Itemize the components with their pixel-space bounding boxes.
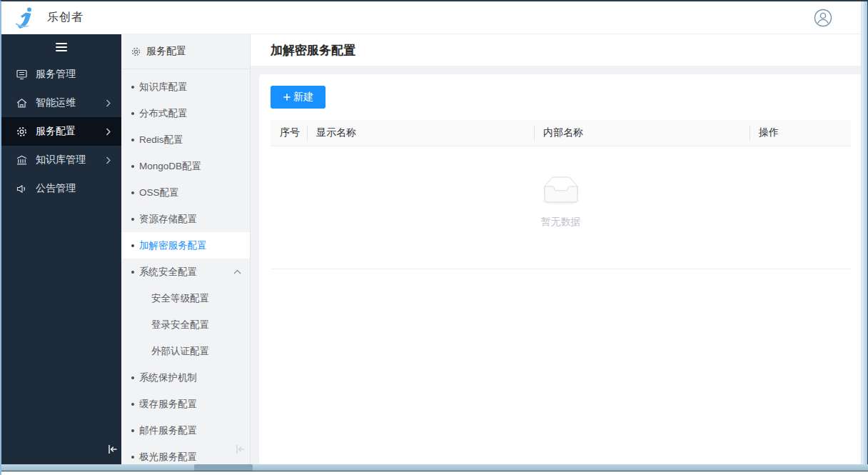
submenu-item-resource-storage-config[interactable]: 资源存储配置 (121, 206, 250, 232)
page-title: 加解密服务配置 (271, 42, 355, 59)
bullet-icon (131, 403, 134, 406)
submenu-item-redis-config[interactable]: Redis配置 (121, 126, 250, 153)
column-header-internal-name: 内部名称 (534, 120, 750, 146)
logo-text: 乐创者 (47, 10, 84, 25)
chevron-right-icon (106, 128, 111, 136)
bullet-icon (131, 271, 134, 274)
secondary-sidebar: 服务配置 知识库配置 分布式配置 Redis配置 MongoDB配置 (121, 34, 251, 464)
bullet-icon (131, 429, 134, 432)
chevron-right-icon (106, 99, 111, 107)
app-logo: 乐创者 (13, 5, 84, 31)
submenu-item-jpush-service-config[interactable]: 极光服务配置 (121, 444, 250, 464)
horizontal-scrollbar-thumb[interactable] (194, 464, 253, 471)
bullet-icon (131, 139, 134, 141)
sidebar-item-service-config[interactable]: 服务配置 (1, 117, 121, 146)
app-window: 乐创者 服务管理 (0, 0, 868, 475)
page-header: 加解密服务配置 (251, 34, 868, 66)
submenu-item-oss-config[interactable]: OSS配置 (121, 179, 250, 206)
chevron-up-icon (233, 269, 241, 274)
submenu-collapse-icon[interactable] (234, 443, 247, 456)
bullet-icon (131, 165, 134, 168)
bullet-icon (131, 191, 134, 194)
column-header-actions: 操作 (750, 120, 851, 146)
sidebar-item-announcement-management[interactable]: 公告管理 (1, 174, 121, 203)
empty-state: 暂无数据 (271, 146, 851, 269)
submenu-item-cache-service-config[interactable]: 缓存服务配置 (121, 391, 250, 417)
submenu-item-encryption-service-config[interactable]: 加解密服务配置 (121, 232, 250, 259)
submenu-header: 服务配置 (121, 34, 250, 69)
sidebar-item-knowledge-management[interactable]: 知识库管理 (1, 146, 121, 174)
config-table: 序号 显示名称 内部名称 操作 (271, 120, 851, 269)
new-button-label: 新建 (293, 91, 313, 104)
user-avatar-icon[interactable] (814, 9, 832, 27)
submenu-subitem-security-level-config[interactable]: 安全等级配置 (121, 285, 250, 311)
submenu-title: 服务配置 (146, 45, 186, 58)
main-content: 加解密服务配置 新建 序号 显示名称 内部名称 操作 (251, 34, 868, 464)
submenu-item-mongodb-config[interactable]: MongoDB配置 (121, 153, 250, 179)
submenu-item-distributed-config[interactable]: 分布式配置 (121, 100, 250, 126)
column-header-display-name: 显示名称 (307, 120, 534, 146)
window-bottom-edge (0, 464, 868, 475)
new-button[interactable]: 新建 (271, 86, 326, 109)
submenu-subitem-login-security-config[interactable]: 登录安全配置 (121, 311, 250, 338)
table-header-row: 序号 显示名称 内部名称 操作 (271, 120, 851, 146)
gear-icon (16, 126, 28, 138)
plus-icon (283, 93, 291, 101)
app-header: 乐创者 (1, 1, 868, 34)
empty-box-icon (538, 176, 584, 206)
sidebar-collapse-icon[interactable] (106, 443, 119, 456)
ops-home-icon (16, 97, 28, 109)
announcement-speaker-icon (16, 183, 28, 195)
library-icon (16, 154, 28, 166)
column-header-index: 序号 (271, 120, 307, 146)
vertical-scrollbar[interactable] (861, 1, 868, 466)
submenu-group-system-security-config[interactable]: 系统安全配置 (121, 259, 250, 285)
bullet-icon (131, 456, 134, 459)
bullet-icon (131, 218, 134, 221)
sidebar-item-label: 知识库管理 (36, 154, 86, 166)
sidebar-item-label: 智能运维 (36, 96, 76, 109)
hamburger-menu-icon[interactable] (1, 34, 121, 60)
logo-runner-icon (13, 5, 39, 31)
primary-sidebar: 服务管理 智能运维 服务配置 (1, 34, 121, 464)
sidebar-item-label: 服务配置 (36, 125, 76, 138)
submenu-list: 知识库配置 分布式配置 Redis配置 MongoDB配置 OSS配置 (121, 69, 250, 464)
horizontal-scrollbar (0, 464, 868, 471)
bullet-icon (131, 86, 134, 89)
bullet-icon (131, 244, 134, 247)
empty-text: 暂无数据 (271, 216, 851, 229)
content-card: 新建 序号 显示名称 内部名称 操作 (259, 74, 862, 464)
server-icon (16, 69, 28, 81)
submenu-subitem-external-auth-config[interactable]: 外部认证配置 (121, 338, 250, 364)
sidebar-item-label: 服务管理 (36, 68, 76, 81)
submenu-item-system-protection[interactable]: 系统保护机制 (121, 364, 250, 391)
sidebar-item-service-management[interactable]: 服务管理 (1, 60, 121, 89)
gear-icon (131, 46, 141, 57)
chevron-right-icon (106, 156, 111, 164)
sidebar-item-label: 公告管理 (36, 182, 76, 195)
submenu-item-mail-service-config[interactable]: 邮件服务配置 (121, 417, 250, 444)
submenu-item-kb-config[interactable]: 知识库配置 (121, 74, 250, 100)
bullet-icon (131, 376, 134, 379)
bullet-icon (131, 112, 134, 115)
sidebar-item-intelligent-ops[interactable]: 智能运维 (1, 89, 121, 117)
